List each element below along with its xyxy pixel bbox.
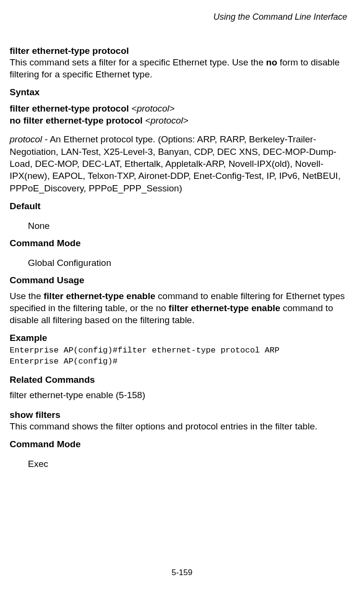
example-heading: Example xyxy=(10,333,347,343)
related-heading: Related Commands xyxy=(10,375,347,385)
syntax-heading: Syntax xyxy=(10,87,347,98)
syntax-line1-ital: <protocol> xyxy=(131,103,175,113)
default-value: None xyxy=(28,221,347,231)
cmd2-intro: show filters This command shows the filt… xyxy=(10,409,347,433)
cmd2-mode-value: Exec xyxy=(28,459,347,469)
usage-heading: Command Usage xyxy=(10,275,347,286)
syntax-block: filter ethernet-type protocol <protocol>… xyxy=(10,102,347,126)
cmd2-title: show filters xyxy=(10,410,61,420)
mode-value: Global Configuration xyxy=(28,258,347,268)
cmd1-desc-bold: no xyxy=(266,57,277,67)
cmd1-intro: filter ethernet-type protocol This comma… xyxy=(10,45,347,80)
syntax-line1-bold: filter ethernet-type protocol xyxy=(10,103,131,113)
usage-b1: filter ethernet-type enable xyxy=(44,291,155,301)
default-heading: Default xyxy=(10,201,347,212)
cmd2-mode-heading: Command Mode xyxy=(10,439,347,450)
running-header: Using the Command Line Interface xyxy=(10,12,347,22)
protocol-label: protocol xyxy=(10,134,42,144)
cmd1-desc-pre: This command sets a filter for a specifi… xyxy=(10,57,266,67)
syntax-line2-ital: <protocol> xyxy=(145,115,188,126)
cmd1-title: filter ethernet-type protocol xyxy=(10,46,129,56)
usage-b2: filter ethernet-type enable xyxy=(169,303,280,313)
protocol-desc-text: - An Ethernet protocol type. (Options: A… xyxy=(10,134,340,193)
mode-heading: Command Mode xyxy=(10,238,347,249)
example-code: Enterprise AP(config)#filter ethernet-ty… xyxy=(10,345,347,366)
usage-pre: Use the xyxy=(10,291,44,301)
cmd2-desc: This command shows the filter options an… xyxy=(10,421,317,431)
page-number: 5-159 xyxy=(0,568,364,578)
protocol-desc: protocol - An Ethernet protocol type. (O… xyxy=(10,133,347,194)
related-value: filter ethernet-type enable (5-158) xyxy=(10,390,347,401)
syntax-line2-bold: no filter ethernet-type protocol xyxy=(10,115,145,126)
usage-text: Use the filter ethernet-type enable comm… xyxy=(10,290,347,326)
